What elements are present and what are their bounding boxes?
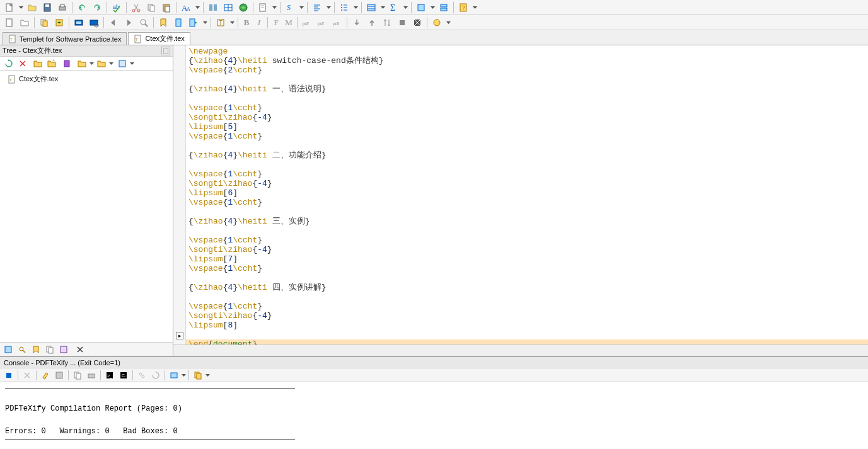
tree-book-button[interactable] — [61, 58, 73, 69]
console-print-button[interactable] — [85, 370, 98, 381]
console-cmd-button[interactable]: C: — [117, 370, 130, 381]
tree-settings-button[interactable] — [116, 58, 129, 69]
sync-down-button[interactable] — [350, 16, 364, 29]
style-dropdown[interactable] — [298, 1, 304, 14]
new-file-dropdown[interactable] — [18, 1, 24, 14]
align-button[interactable] — [310, 1, 324, 14]
build-run-button[interactable] — [187, 16, 200, 29]
bold-button[interactable]: B — [241, 16, 252, 29]
tree-collapse-dropdown[interactable] — [90, 62, 94, 65]
compile-button[interactable] — [72, 16, 86, 29]
block-button[interactable] — [414, 1, 428, 14]
tab-bookmarks-button[interactable] — [30, 344, 42, 355]
tree-panel-close-button[interactable] — [161, 47, 170, 55]
sync-both-button[interactable] — [380, 16, 394, 29]
italic-style-button[interactable]: S — [283, 1, 297, 14]
console-more-button[interactable] — [192, 370, 204, 381]
tab-find-button[interactable] — [16, 344, 28, 355]
console-save-button[interactable] — [53, 370, 66, 381]
console-clear-button[interactable] — [39, 370, 52, 381]
pdf-button-3[interactable]: pdf — [330, 16, 344, 29]
console-view-button[interactable] — [168, 370, 180, 381]
font-size-button[interactable]: AA — [179, 1, 193, 14]
image-button[interactable] — [236, 1, 250, 14]
tab-structure-button[interactable] — [3, 344, 14, 355]
paste-button[interactable] — [159, 1, 173, 14]
console-output[interactable]: PDFTeXify Compilation Report (Pages: 0) … — [0, 382, 868, 449]
macro-button[interactable]: T — [214, 16, 228, 29]
font-size-dropdown[interactable] — [194, 1, 200, 14]
align-dropdown[interactable] — [325, 1, 332, 14]
cut-button[interactable] — [129, 1, 143, 14]
stop-button[interactable] — [395, 16, 409, 29]
matrix-dropdown[interactable] — [379, 1, 386, 14]
tab-files-button[interactable] — [44, 344, 55, 355]
stack-button[interactable] — [437, 1, 451, 14]
tree-collapse-button[interactable] — [76, 58, 88, 69]
undo-button[interactable] — [75, 1, 89, 14]
find-button[interactable] — [137, 16, 151, 29]
matrix-button[interactable] — [364, 1, 378, 14]
spellcheck-button[interactable]: ab — [110, 1, 124, 14]
tree-expand-button[interactable] — [95, 58, 108, 69]
prev-error-button[interactable] — [107, 16, 120, 29]
bookmark-button[interactable] — [156, 16, 170, 29]
add-to-project-button[interactable]: + — [52, 16, 66, 29]
console-more-dropdown[interactable] — [205, 374, 210, 377]
new-file-button[interactable] — [3, 1, 16, 14]
pdf-button-2[interactable]: pdf — [315, 16, 329, 29]
document-tab[interactable]: TCtex文件.tex — [128, 32, 190, 45]
fold-marker[interactable]: ▸ — [176, 332, 183, 339]
console-stop-button[interactable] — [3, 370, 15, 381]
preview-button[interactable] — [87, 16, 101, 29]
console-close-button[interactable] — [21, 370, 33, 381]
build-dropdown[interactable] — [202, 16, 208, 29]
tab-close-button[interactable] — [74, 344, 86, 355]
sync-up-button[interactable] — [365, 16, 379, 29]
tree-close-button[interactable] — [16, 58, 29, 69]
copy-path-button[interactable] — [37, 16, 51, 29]
document-dropdown[interactable] — [271, 1, 277, 14]
tools-button[interactable] — [430, 16, 444, 29]
console-reload-button[interactable] — [149, 370, 162, 381]
tree-item[interactable]: TCtex文件.tex — [3, 73, 170, 85]
save-button[interactable] — [40, 1, 54, 14]
redo-button[interactable] — [90, 1, 104, 14]
font-m-button[interactable]: M — [283, 16, 294, 29]
pdf-button-1[interactable]: pdf — [300, 16, 314, 29]
tab-symbols-button[interactable] — [58, 344, 69, 355]
document-tab[interactable]: TTemplet for Software Practice.tex — [3, 32, 127, 45]
tree-expand-dropdown[interactable] — [109, 62, 113, 65]
open-file-button[interactable] — [25, 1, 39, 14]
sum-dropdown[interactable] — [402, 1, 408, 14]
tree-add-folder-button[interactable]: + — [45, 58, 58, 69]
console-copy-button[interactable] — [71, 370, 84, 381]
document-button[interactable] — [256, 1, 270, 14]
macro-dropdown[interactable] — [229, 16, 235, 29]
list-button[interactable] — [337, 1, 351, 14]
console-view-dropdown[interactable] — [182, 374, 186, 377]
next-error-button[interactable] — [122, 16, 136, 29]
console-link-button[interactable] — [136, 370, 148, 381]
print-button[interactable] — [55, 1, 69, 14]
list-dropdown[interactable] — [352, 1, 359, 14]
help-dropdown[interactable] — [472, 1, 478, 14]
code-editor[interactable]: \newpage{\zihao{4}\heiti switch-case-end… — [186, 45, 868, 344]
new-project-button[interactable] — [3, 16, 16, 29]
sum-button[interactable]: Σ — [387, 1, 401, 14]
section-button[interactable] — [206, 1, 220, 14]
tree-open-folder-button[interactable] — [32, 58, 44, 69]
block-dropdown[interactable] — [429, 1, 436, 14]
font-f-button[interactable]: F — [270, 16, 282, 29]
clean-button[interactable] — [410, 16, 424, 29]
tools-dropdown[interactable] — [445, 16, 451, 29]
copy-button[interactable] — [144, 1, 158, 14]
build-button[interactable] — [171, 16, 185, 29]
help-button[interactable]: ? — [456, 1, 470, 14]
console-terminal-button[interactable]: >_ — [103, 370, 116, 381]
table-button[interactable] — [221, 1, 235, 14]
open-project-button[interactable] — [18, 16, 32, 29]
italic-button[interactable]: I — [253, 16, 265, 29]
tree-settings-dropdown[interactable] — [130, 62, 134, 65]
tree-refresh-button[interactable] — [3, 58, 15, 69]
